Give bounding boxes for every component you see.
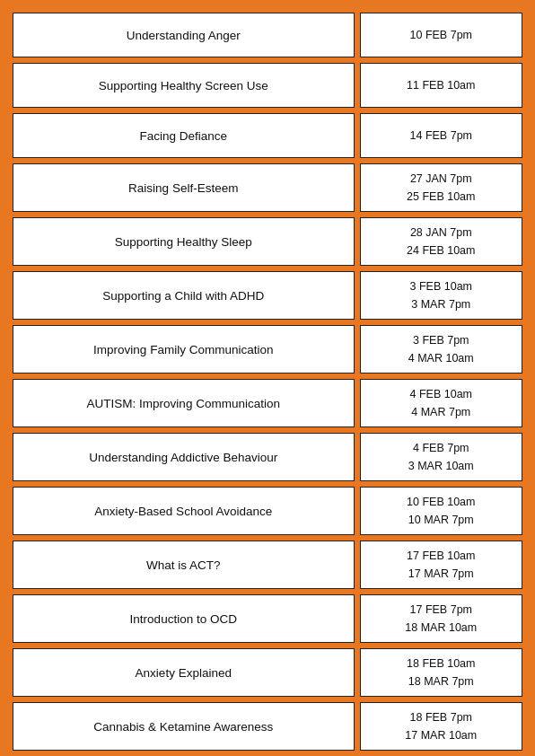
course-title: Anxiety Explained [13, 648, 355, 697]
table-row: Facing Defiance14 FEB 7pm [13, 113, 522, 158]
course-dates: 17 FEB 7pm18 MAR 10am [360, 594, 522, 643]
course-dates: 18 FEB 7pm17 MAR 10am [360, 702, 522, 751]
course-title: Understanding Anger [13, 13, 355, 57]
course-dates: 3 FEB 7pm4 MAR 10am [360, 325, 522, 374]
table-row: Improving Family Communication3 FEB 7pm4… [13, 325, 522, 374]
course-title-text: Understanding Anger [127, 29, 241, 42]
schedule-container: Understanding Anger10 FEB 7pmSupporting … [13, 13, 522, 756]
table-row: Supporting Healthy Sleep28 JAN 7pm24 FEB… [13, 217, 522, 266]
course-dates: 4 FEB 10am4 MAR 7pm [360, 379, 522, 427]
table-row: Understanding Anger10 FEB 7pm [13, 13, 522, 57]
course-title: Improving Family Communication [13, 325, 355, 374]
course-date-text: 18 FEB 7pm [410, 708, 472, 726]
table-row: What is ACT?17 FEB 10am17 MAR 7pm [13, 541, 522, 589]
table-row: Raising Self-Esteem27 JAN 7pm25 FEB 10am [13, 163, 522, 212]
course-date-text: 28 JAN 7pm [410, 224, 472, 242]
course-date-text: 4 MAR 10am [408, 349, 474, 367]
table-row: Supporting Healthy Screen Use11 FEB 10am [13, 63, 522, 108]
course-title: Anxiety-Based School Avoidance [13, 487, 355, 535]
course-date-text: 17 FEB 10am [407, 547, 475, 565]
course-title: Understanding Addictive Behaviour [13, 433, 355, 481]
course-title-text: Anxiety Explained [136, 666, 232, 680]
course-title-text: AUTISM: Improving Communication [87, 397, 280, 410]
course-title: Supporting a Child with ADHD [13, 271, 355, 320]
course-dates: 14 FEB 7pm [360, 113, 522, 158]
table-row: Cannabis & Ketamine Awareness18 FEB 7pm1… [13, 702, 522, 751]
course-title: Supporting Healthy Screen Use [13, 63, 355, 108]
table-row: Anxiety-Based School Avoidance10 FEB 10a… [13, 487, 522, 535]
course-title-text: What is ACT? [146, 558, 221, 572]
table-row: Introduction to OCD17 FEB 7pm18 MAR 10am [13, 594, 522, 643]
course-dates: 27 JAN 7pm25 FEB 10am [360, 163, 522, 212]
course-title: Cannabis & Ketamine Awareness [13, 702, 355, 751]
course-date-text: 18 MAR 7pm [408, 672, 474, 690]
course-date-text: 3 FEB 10am [410, 277, 472, 295]
course-date-text: 3 FEB 7pm [413, 331, 469, 349]
course-title-text: Cannabis & Ketamine Awareness [93, 720, 273, 734]
course-title-text: Anxiety-Based School Avoidance [94, 505, 272, 518]
course-date-text: 10 MAR 7pm [408, 511, 474, 529]
course-title: Raising Self-Esteem [13, 163, 355, 212]
course-dates: 4 FEB 7pm3 MAR 10am [360, 433, 522, 481]
course-date-text: 4 FEB 10am [410, 385, 472, 403]
course-dates: 17 FEB 10am17 MAR 7pm [360, 541, 522, 589]
course-title-text: Raising Self-Esteem [128, 181, 238, 195]
course-date-text: 17 MAR 10am [405, 726, 477, 744]
course-title: Facing Defiance [13, 113, 355, 158]
table-row: Understanding Addictive Behaviour4 FEB 7… [13, 433, 522, 481]
course-title: What is ACT? [13, 541, 355, 589]
course-title-text: Improving Family Communication [93, 343, 273, 356]
course-date-text: 3 MAR 10am [408, 457, 474, 475]
table-row: Supporting a Child with ADHD3 FEB 10am3 … [13, 271, 522, 320]
course-date-text: 4 MAR 7pm [411, 403, 470, 421]
course-date-text: 10 FEB 10am [407, 493, 475, 511]
course-date-text: 11 FEB 10am [407, 76, 475, 94]
table-row: AUTISM: Improving Communication4 FEB 10a… [13, 379, 522, 427]
course-date-text: 25 FEB 10am [407, 188, 475, 206]
course-dates: 10 FEB 10am10 MAR 7pm [360, 487, 522, 535]
course-dates: 11 FEB 10am [360, 63, 522, 108]
course-date-text: 10 FEB 7pm [410, 26, 472, 44]
course-dates: 3 FEB 10am3 MAR 7pm [360, 271, 522, 320]
course-date-text: 3 MAR 7pm [411, 295, 470, 313]
course-date-text: 27 JAN 7pm [410, 170, 472, 188]
course-title: Introduction to OCD [13, 594, 355, 643]
course-date-text: 18 MAR 10am [405, 619, 477, 637]
course-dates: 10 FEB 7pm [360, 13, 522, 57]
course-title-text: Supporting Healthy Screen Use [99, 79, 268, 92]
course-dates: 18 FEB 10am18 MAR 7pm [360, 648, 522, 697]
course-dates: 28 JAN 7pm24 FEB 10am [360, 217, 522, 266]
course-date-text: 17 MAR 7pm [408, 565, 474, 583]
course-title-text: Supporting Healthy Sleep [115, 235, 252, 249]
course-date-text: 24 FEB 10am [407, 242, 475, 259]
table-row: Anxiety Explained18 FEB 10am18 MAR 7pm [13, 648, 522, 697]
course-title-text: Facing Defiance [139, 129, 227, 143]
course-date-text: 17 FEB 7pm [410, 601, 472, 619]
course-title-text: Introduction to OCD [130, 612, 237, 626]
course-date-text: 14 FEB 7pm [410, 127, 472, 145]
course-date-text: 18 FEB 10am [407, 655, 475, 672]
course-title-text: Supporting a Child with ADHD [102, 289, 264, 303]
course-date-text: 4 FEB 7pm [413, 439, 469, 457]
course-title: AUTISM: Improving Communication [13, 379, 355, 427]
course-title-text: Understanding Addictive Behaviour [89, 451, 277, 464]
course-title: Supporting Healthy Sleep [13, 217, 355, 266]
